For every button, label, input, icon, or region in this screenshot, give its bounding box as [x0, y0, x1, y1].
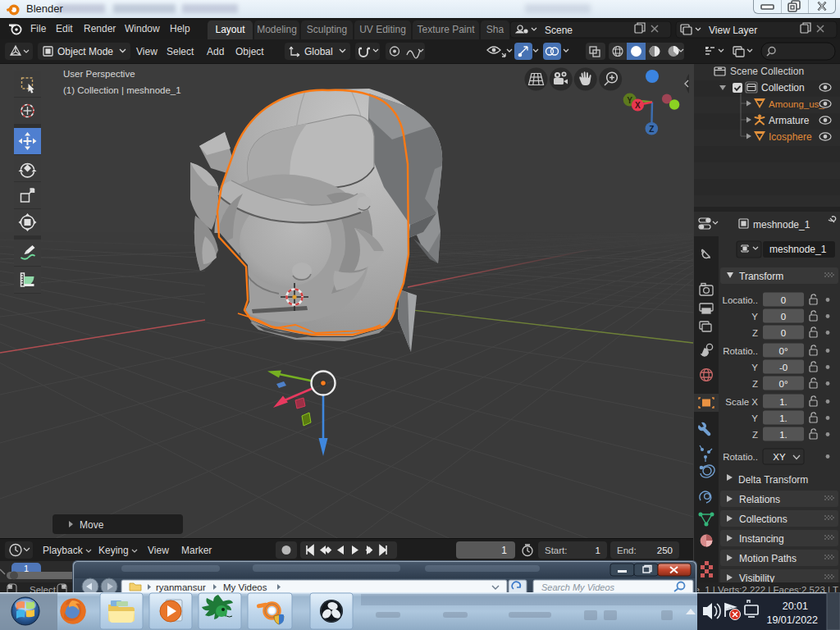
svg-text:Z: Z	[752, 328, 758, 338]
svg-text:Y: Y	[751, 413, 758, 423]
svg-text:1: 1	[596, 546, 600, 555]
svg-text:My Videos: My Videos	[223, 582, 267, 592]
svg-text:View: View	[136, 46, 158, 57]
svg-text:Move: Move	[80, 519, 104, 531]
svg-text:Playback: Playback	[43, 545, 84, 556]
svg-text:Z: Z	[649, 125, 654, 134]
svg-text:Motion Paths: Motion Paths	[739, 553, 797, 564]
svg-text:1.: 1.	[779, 413, 788, 423]
svg-text:Select: Select	[167, 46, 194, 57]
svg-text:Start:: Start:	[545, 546, 567, 555]
svg-text:Z: Z	[752, 379, 758, 389]
svg-text:Scene: Scene	[545, 25, 573, 36]
svg-text:(1) Collection | meshnode_1: (1) Collection | meshnode_1	[63, 85, 181, 95]
svg-text:Z: Z	[752, 430, 758, 440]
svg-text:1.: 1.	[779, 397, 788, 407]
svg-text:Marker: Marker	[181, 545, 212, 556]
svg-text:Object: Object	[235, 46, 264, 57]
svg-text:Relations: Relations	[739, 494, 780, 505]
svg-text:19/01/2022: 19/01/2022	[766, 614, 818, 626]
svg-text:1: 1	[501, 545, 507, 556]
svg-text:End:: End:	[617, 546, 637, 555]
svg-text:Visibility: Visibility	[739, 573, 774, 583]
svg-text:Rotatio..: Rotatio..	[723, 452, 758, 462]
svg-text:View: View	[148, 545, 169, 556]
svg-text:20:01: 20:01	[783, 600, 808, 612]
svg-text:Global: Global	[304, 46, 333, 57]
svg-text:X: X	[635, 101, 641, 110]
svg-text:Y: Y	[751, 312, 758, 322]
svg-text:-0: -0	[779, 363, 788, 372]
svg-text:0: 0	[781, 295, 786, 305]
svg-text:0°: 0°	[779, 379, 788, 389]
svg-text:Instancing: Instancing	[739, 533, 784, 545]
svg-text:View Layer: View Layer	[709, 25, 757, 36]
svg-text:Keying: Keying	[98, 545, 129, 556]
svg-text:0: 0	[781, 328, 786, 338]
svg-text:Object Mode: Object Mode	[57, 46, 113, 57]
svg-text:0°: 0°	[779, 346, 788, 356]
svg-text:Y: Y	[751, 363, 758, 372]
svg-text:Rotatio..: Rotatio..	[723, 346, 758, 356]
svg-text:Collections: Collections	[739, 514, 788, 525]
svg-text:Delta Transform: Delta Transform	[738, 474, 808, 486]
svg-text:Scale X: Scale X	[725, 397, 758, 407]
svg-text:ryanmansur: ryanmansur	[156, 582, 206, 592]
svg-text:User Perspective: User Perspective	[63, 69, 135, 79]
svg-text:Add: Add	[207, 46, 224, 57]
svg-text:250: 250	[657, 546, 673, 555]
svg-text:XY: XY	[773, 452, 786, 462]
svg-text:1.: 1.	[779, 430, 788, 440]
svg-text:0: 0	[781, 312, 786, 322]
svg-text:Search My Videos: Search My Videos	[541, 582, 615, 592]
svg-text:Locatio..: Locatio..	[723, 295, 758, 305]
